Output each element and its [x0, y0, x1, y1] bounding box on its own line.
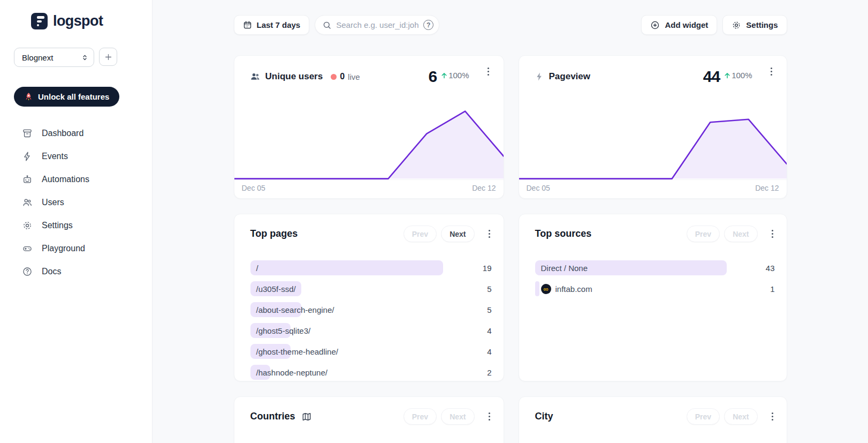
date-range-label: Last 7 days — [257, 20, 301, 29]
workspace-select[interactable]: Blognext — [14, 48, 94, 67]
unique-users-chart — [234, 85, 504, 179]
row-label: /hashnode-neptune/ — [250, 368, 328, 377]
city-menu-button[interactable] — [768, 411, 777, 422]
date-range-button[interactable]: Last 7 days — [234, 15, 310, 35]
sidebar-nav: DashboardEventsAutomationsUsersSettingsP… — [0, 122, 152, 283]
rocket-icon — [24, 92, 33, 101]
top-sources-row[interactable]: Direct / None43 — [535, 260, 775, 275]
row-value: 4 — [487, 326, 491, 335]
add-widget-label: Add widget — [665, 20, 708, 29]
workspace-row: Blognext — [14, 48, 152, 67]
sidebar-item-settings[interactable]: Settings — [0, 214, 152, 237]
sidebar-item-playground[interactable]: Playground — [0, 237, 152, 260]
sidebar-item-automations[interactable]: Automations — [0, 168, 152, 191]
row-label: /ghost5-sqlite3/ — [250, 326, 311, 335]
search-icon — [322, 20, 332, 30]
row-value: 2 — [487, 368, 491, 377]
top-pages-row[interactable]: /hashnode-neptune/2 — [250, 365, 492, 380]
search-help-icon[interactable]: ? — [423, 20, 433, 30]
unlock-features-button[interactable]: Unlock all features — [14, 87, 119, 107]
pageview-change: 100% — [724, 71, 752, 80]
top-sources-title: Top sources — [535, 228, 592, 239]
pageview-title: Pageview — [549, 71, 591, 82]
row-label: /ghost-theme-headline/ — [250, 347, 338, 356]
arrow-up-icon — [724, 72, 731, 79]
sidebar: logspot Blognext Unlock all features Das… — [0, 0, 153, 443]
sidebar-item-events[interactable]: Events — [0, 145, 152, 168]
pageview-menu-button[interactable] — [767, 66, 776, 77]
row-value: 1 — [770, 284, 774, 294]
row-label: /about-search-engine/ — [250, 305, 334, 314]
top-sources-prev-button[interactable]: Prev — [687, 226, 720, 242]
controller-icon — [22, 243, 33, 254]
row-value: 5 — [487, 305, 491, 314]
top-pages-row[interactable]: /19 — [250, 260, 492, 275]
countries-next-button[interactable]: Next — [441, 408, 474, 425]
archive-icon — [22, 128, 33, 139]
users-icon — [22, 197, 33, 208]
axis-label-start: Dec 05 — [242, 184, 265, 192]
settings-button[interactable]: Settings — [722, 15, 787, 35]
row-value: 4 — [487, 347, 491, 356]
axis-label-start: Dec 05 — [527, 184, 550, 192]
city-title: City — [535, 411, 553, 422]
top-pages-prev-button[interactable]: Prev — [403, 226, 437, 242]
unlock-features-label: Unlock all features — [38, 92, 109, 101]
sidebar-item-users[interactable]: Users — [0, 191, 152, 214]
top-sources-next-button[interactable]: Next — [724, 226, 757, 242]
search-input[interactable] — [336, 20, 419, 29]
logspot-logo[interactable]: logspot — [31, 13, 152, 29]
question-icon — [22, 266, 33, 277]
topbar: Last 7 days ? Add widget Set — [234, 15, 787, 35]
live-dot-icon — [331, 74, 337, 80]
top-pages-next-button[interactable]: Next — [441, 226, 474, 242]
search-box: ? — [315, 15, 439, 35]
pageview-x-axis: Dec 05 Dec 12 — [519, 179, 787, 198]
city-next-button[interactable]: Next — [724, 408, 757, 425]
axis-label-end: Dec 12 — [755, 184, 779, 192]
bolt-icon — [535, 72, 544, 81]
top-pages-row[interactable]: /ghost-theme-headline/4 — [250, 344, 492, 359]
plus-icon — [104, 52, 113, 62]
pageview-chart — [519, 85, 787, 179]
app-root: logspot Blognext Unlock all features Das… — [0, 0, 868, 443]
users-icon — [250, 71, 261, 82]
live-indicator: 0 live — [331, 72, 360, 81]
top-pages-row[interactable]: /about-search-engine/5 — [250, 302, 492, 317]
top-pages-menu-button[interactable] — [485, 229, 494, 239]
sidebar-item-dashboard[interactable]: Dashboard — [0, 122, 152, 145]
add-widget-button[interactable]: Add widget — [641, 15, 717, 35]
row-value: 5 — [487, 284, 491, 294]
top-pages-rows: /19/u305f-ssd/5/about-search-engine/5/gh… — [243, 260, 495, 380]
source-favicon-icon: ∞ — [541, 284, 551, 294]
top-sources-menu-button[interactable] — [768, 229, 777, 239]
row-label: /u305f-ssd/ — [250, 284, 296, 294]
top-pages-row[interactable]: /u305f-ssd/5 — [250, 281, 492, 296]
countries-prev-button[interactable]: Prev — [403, 408, 437, 425]
row-value: 19 — [483, 264, 492, 273]
top-sources-row[interactable]: ∞inftab.com1 — [535, 281, 775, 296]
city-card: City Prev Next — [519, 396, 787, 443]
unique-users-change: 100% — [440, 71, 469, 80]
gear-icon — [732, 20, 741, 30]
gear-icon — [22, 220, 33, 231]
row-label: / — [250, 264, 258, 273]
countries-card: Countries Prev Next — [234, 396, 504, 443]
calendar-icon — [243, 20, 252, 29]
unique-users-title: Unique users — [265, 71, 323, 82]
countries-menu-button[interactable] — [485, 411, 494, 422]
city-prev-button[interactable]: Prev — [687, 408, 720, 425]
top-pages-row[interactable]: /ghost5-sqlite3/4 — [250, 323, 492, 338]
top-sources-card: Top sources Prev Next Direct / None43∞in… — [519, 214, 787, 381]
pageview-total: 44 — [703, 69, 720, 85]
unique-users-menu-button[interactable] — [484, 66, 493, 77]
chevron-up-down-icon — [81, 54, 89, 62]
unique-users-card: Unique users 0 live 6 100% — [234, 55, 504, 199]
add-workspace-button[interactable] — [99, 48, 117, 66]
axis-label-end: Dec 12 — [472, 184, 496, 192]
map-icon — [301, 411, 312, 422]
settings-label: Settings — [746, 20, 778, 29]
sidebar-item-docs[interactable]: Docs — [0, 260, 152, 283]
top-pages-title: Top pages — [250, 228, 298, 239]
row-label: ∞inftab.com — [535, 284, 592, 294]
